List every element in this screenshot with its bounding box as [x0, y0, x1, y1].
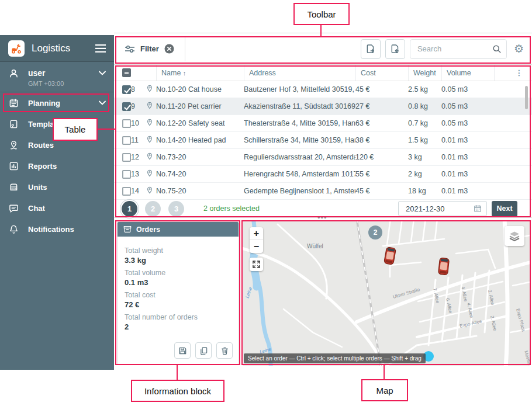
sidebar-item-planning[interactable]: Planning: [0, 92, 114, 113]
total-volume-label: Total volume: [125, 269, 232, 277]
order-name: No.75-20: [156, 187, 244, 195]
table-row[interactable]: 8 No.10-20 Cat house Bautzener Hof 3, Mi…: [114, 81, 532, 98]
table-row[interactable]: 9 No.11-20 Pet carrier Akazienstraße 11,…: [114, 98, 532, 115]
column-header-cost[interactable]: Cost: [355, 65, 408, 81]
column-header-address[interactable]: Address: [244, 65, 355, 81]
app-title: Logistics: [32, 43, 95, 54]
order-cost: 120 €: [355, 153, 408, 161]
orders-panel-header: Orders: [118, 222, 239, 237]
location-pin-icon: [146, 102, 153, 110]
table-row[interactable]: 10 No.12-20 Safety seat Theaterstraße 4,…: [114, 115, 532, 132]
kebab-menu-icon[interactable]: ⋮: [516, 68, 523, 77]
date-value: 2021-12-30: [406, 204, 474, 213]
order-cost: 27 €: [355, 102, 408, 110]
table-row[interactable]: 12 No.73-20 Reguliersdwarsstraat 20, Ams…: [114, 149, 532, 166]
search-icon[interactable]: [492, 44, 502, 54]
map-label-town: Wülfel: [307, 243, 323, 249]
screenshot-canvas: Logistics user GMT +03:00 Planning: [0, 0, 532, 406]
column-header-volume[interactable]: Volume: [441, 65, 494, 81]
orders-panel-title: Orders: [136, 225, 160, 234]
settings-gear-icon[interactable]: ⚙: [514, 43, 524, 54]
order-name: No.14-20 Heated pad: [156, 136, 244, 144]
map-callout-line: [384, 365, 385, 380]
column-header-weight[interactable]: Weight: [408, 65, 441, 81]
row-checkbox[interactable]: [122, 119, 131, 128]
next-button[interactable]: Next: [492, 201, 517, 217]
table-row[interactable]: 11 No.14-20 Heated pad Schillerstraße 34…: [114, 132, 532, 149]
table-body: 8 No.10-20 Cat house Bautzener Hof 3, Mi…: [114, 81, 532, 200]
info-callout-line: [177, 365, 178, 381]
fullscreen-button[interactable]: [250, 258, 263, 271]
order-weight: 2.5 kg: [408, 85, 441, 93]
order-address: Akazienstraße 11, Südstadt 30169, ...: [244, 102, 355, 110]
sidebar-item-notifications[interactable]: Notifications: [0, 218, 114, 240]
location-pin-icon: [146, 152, 153, 161]
table-row[interactable]: 14 No.75-20 Gedempte Begijnensloot 1, Am…: [114, 183, 532, 200]
total-volume-value: 0.1 m3: [125, 278, 232, 287]
table-scrollbar[interactable]: [525, 86, 528, 109]
page-button-3[interactable]: 3: [168, 201, 184, 217]
hamburger-menu-icon[interactable]: [95, 44, 106, 53]
date-picker[interactable]: 2021-12-30: [398, 201, 487, 216]
total-cost-value: 72 €: [125, 300, 232, 309]
page-button-2[interactable]: 2: [145, 201, 161, 217]
sidebar-item-label: Units: [28, 183, 106, 192]
row-checkbox[interactable]: [122, 153, 131, 162]
column-menu-cell: ⋮: [494, 65, 532, 81]
row-checkbox[interactable]: [122, 187, 131, 196]
toolbar-callout-line: [320, 25, 322, 37]
order-volume: 0.01 m3: [441, 153, 494, 161]
user-menu[interactable]: user GMT +03:00: [0, 62, 114, 92]
sidebar-item-units[interactable]: Units: [0, 176, 114, 197]
order-volume: 0.05 m3: [441, 85, 494, 93]
map-layers-button[interactable]: [505, 226, 524, 246]
page-button-1[interactable]: 1: [122, 201, 137, 217]
order-weight: 0.7 kg: [408, 119, 441, 127]
order-address: Reguliersdwarsstraat 20, Amsterda...: [244, 153, 355, 161]
vehicle-icon: [8, 182, 19, 192]
main-content: Filter: [114, 33, 532, 370]
order-weight: 0.8 kg: [408, 102, 441, 110]
sidebar-item-chat[interactable]: Chat: [0, 197, 114, 218]
select-all-checkbox[interactable]: [122, 68, 131, 77]
sidebar-item-reports[interactable]: Reports: [0, 155, 114, 176]
sidebar-item-label: Routes: [28, 141, 106, 150]
add-order-from-file-button[interactable]: [361, 39, 381, 59]
table-annotation-label: Table: [53, 118, 98, 141]
row-checkbox[interactable]: [122, 170, 131, 179]
chevron-down-icon: [99, 71, 106, 75]
search-input[interactable]: [417, 44, 492, 53]
cluster-marker[interactable]: 2: [368, 225, 382, 240]
delete-button[interactable]: [216, 342, 233, 359]
save-button[interactable]: [174, 342, 191, 359]
toolbar: Filter: [114, 33, 532, 65]
filter-control[interactable]: Filter: [114, 33, 185, 64]
order-name: No.73-20: [156, 153, 244, 161]
order-volume: 0.01 m3: [441, 136, 494, 144]
sidebar-item-label: Planning: [28, 99, 99, 107]
vehicle-marker: [438, 258, 450, 275]
sidebar-item-label: Notifications: [28, 225, 106, 234]
zoom-out-button[interactable]: −: [250, 240, 263, 253]
calendar-icon[interactable]: [474, 204, 482, 213]
table-row[interactable]: 13 No.74-20 Herengracht 548, Amsterdam 1…: [114, 166, 532, 183]
order-volume: 0.01 m3: [441, 187, 494, 195]
panel-resize-handle[interactable]: •••: [317, 213, 327, 222]
file-import-icon: [390, 44, 400, 54]
map-annotation-label: Map: [361, 379, 408, 401]
row-checkbox[interactable]: [122, 85, 131, 94]
clear-filter-icon[interactable]: [164, 44, 174, 54]
copy-button[interactable]: [195, 342, 212, 359]
map[interactable]: Wülfel Ulmer Straße Leine Leine 7. Allee…: [243, 221, 530, 366]
row-checkbox[interactable]: [122, 136, 131, 145]
order-volume: 0.01 m3: [441, 170, 494, 178]
import-orders-button[interactable]: [385, 39, 405, 59]
order-cost: 45 €: [355, 85, 408, 93]
zoom-in-button[interactable]: +: [250, 227, 263, 240]
layers-icon: [509, 230, 520, 242]
column-header-name[interactable]: Name ↑: [156, 65, 244, 81]
search-field[interactable]: [410, 39, 507, 59]
row-checkbox[interactable]: [122, 102, 131, 111]
order-address: Gedempte Begijnensloot 1, Amster...: [244, 187, 355, 195]
bottom-margin: [0, 370, 532, 406]
